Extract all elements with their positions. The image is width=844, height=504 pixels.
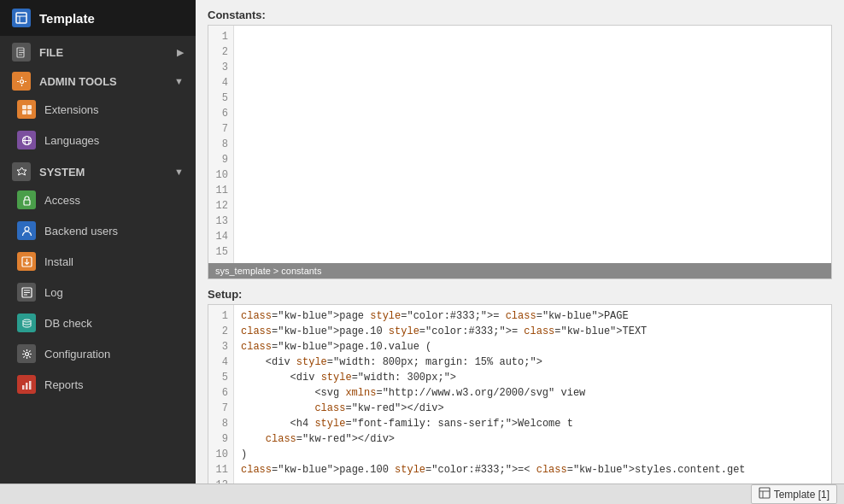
sidebar-item-configuration[interactable]: Configuration [0, 338, 196, 369]
setup-line-numbers: 123456789101112131415 [208, 305, 234, 504]
svg-point-7 [20, 79, 23, 83]
sidebar-section-system: SYSTEM ▼ Access Backend users [0, 155, 196, 400]
svg-line-35 [29, 356, 30, 357]
sidebar-item-backend-users[interactable]: Backend users [0, 215, 196, 246]
svg-rect-38 [22, 385, 25, 390]
svg-point-28 [23, 319, 31, 322]
sidebar-item-log[interactable]: Log [0, 277, 196, 308]
sidebar-section-admin-tools: ADMIN TOOLS ▼ Extensions [0, 65, 196, 155]
log-label: Log [44, 286, 63, 299]
install-label: Install [44, 255, 73, 268]
sidebar-item-extensions[interactable]: Extensions [0, 94, 196, 125]
constants-code-content[interactable] [234, 26, 831, 263]
sidebar-section-header-admin-tools[interactable]: ADMIN TOOLS ▼ [0, 65, 196, 94]
setup-code-block: 123456789101112131415 class="kw-blue">pa… [208, 304, 832, 504]
sidebar-item-install[interactable]: Install [0, 246, 196, 277]
backend-users-icon [17, 221, 36, 240]
system-arrow-icon: ▼ [174, 167, 184, 177]
file-arrow-icon: ▶ [177, 47, 184, 58]
reports-label: Reports [44, 378, 84, 391]
languages-label: Languages [44, 134, 99, 147]
admin-tools-label: ADMIN TOOLS [39, 75, 166, 88]
svg-line-34 [23, 350, 24, 351]
extensions-label: Extensions [44, 103, 99, 116]
svg-rect-15 [27, 110, 32, 114]
svg-line-37 [23, 356, 24, 357]
constants-footer: sys_template > constants [208, 263, 831, 278]
reports-icon [17, 375, 36, 394]
sidebar-item-reports[interactable]: Reports [0, 369, 196, 400]
svg-rect-20 [24, 200, 30, 205]
constants-code-area: 12345 678910 1112131415 [208, 26, 831, 263]
access-label: Access [44, 194, 80, 207]
svg-rect-0 [16, 13, 26, 23]
sidebar-item-db-check[interactable]: DB check [0, 308, 196, 338]
db-check-icon [17, 314, 36, 332]
footer-bar: Template [1] [0, 483, 844, 504]
main-content: Constants: 12345 678910 1112131415 sys_t… [196, 0, 844, 504]
sidebar-item-languages[interactable]: Languages [0, 125, 196, 155]
setup-code-area: 123456789101112131415 class="kw-blue">pa… [208, 305, 831, 504]
sidebar: Template FILE ▶ [0, 0, 196, 504]
sidebar-section-header-file[interactable]: FILE ▶ [0, 36, 196, 65]
sidebar-header-label: Template [39, 11, 95, 26]
admin-tools-icon [12, 72, 31, 91]
system-icon [12, 162, 31, 181]
extensions-icon [17, 100, 36, 119]
svg-rect-12 [22, 105, 26, 109]
db-check-label: DB check [44, 317, 92, 330]
setup-title: Setup: [208, 288, 832, 301]
sidebar-section-header-system[interactable]: SYSTEM ▼ [0, 155, 196, 185]
file-icon [12, 43, 31, 62]
access-icon [17, 190, 36, 209]
constants-title: Constants: [208, 9, 832, 21]
svg-marker-19 [17, 167, 26, 175]
log-icon [17, 283, 36, 302]
svg-point-21 [25, 226, 29, 231]
sidebar-header[interactable]: Template [0, 0, 196, 36]
template-icon [12, 9, 31, 27]
footer-template-icon [759, 487, 771, 501]
languages-icon [17, 131, 36, 149]
svg-rect-39 [26, 383, 28, 390]
system-label: SYSTEM [39, 166, 166, 179]
install-icon [17, 252, 36, 271]
svg-rect-41 [759, 488, 770, 498]
admin-tools-arrow-icon: ▼ [174, 76, 184, 86]
file-section-label: FILE [39, 46, 168, 59]
configuration-label: Configuration [44, 348, 110, 360]
setup-code-content[interactable]: class="kw-blue">page style="color:#333;"… [234, 305, 831, 504]
svg-rect-40 [29, 381, 32, 390]
setup-section: Setup: 123456789101112131415 class="kw-b… [208, 288, 832, 504]
constants-code-block: 12345 678910 1112131415 sys_template > c… [208, 25, 832, 279]
footer-template-button[interactable]: Template [1] [751, 484, 837, 504]
svg-point-29 [25, 352, 28, 355]
svg-rect-13 [27, 105, 32, 109]
svg-line-36 [29, 350, 30, 351]
configuration-icon [17, 344, 36, 363]
backend-users-label: Backend users [44, 225, 118, 237]
svg-rect-14 [22, 110, 26, 114]
constants-line-numbers: 12345 678910 1112131415 [208, 26, 234, 263]
constants-section: Constants: 12345 678910 1112131415 sys_t… [208, 9, 832, 279]
sidebar-item-access[interactable]: Access [0, 185, 196, 215]
footer-template-label: Template [1] [774, 489, 829, 501]
sidebar-section-file: FILE ▶ [0, 36, 196, 65]
